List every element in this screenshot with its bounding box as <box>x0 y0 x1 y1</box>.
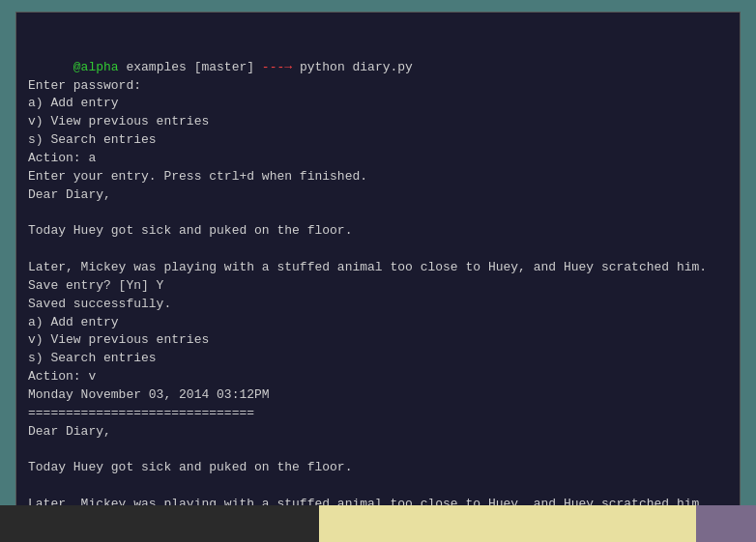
line-17: s) Search entries <box>28 351 157 365</box>
line-15: a) Add entry <box>28 315 119 329</box>
bottom-left-panel <box>0 505 319 542</box>
line-20: ============================== <box>28 406 254 420</box>
prompt-rest-1: examples [master] <box>119 60 262 74</box>
terminal-window: @alpha examples [master] ---→ python dia… <box>15 12 741 542</box>
line-16: v) View previous entries <box>28 332 209 347</box>
line-8: Dear Diary, <box>28 187 111 202</box>
line-10: Today Huey got sick and puked on the flo… <box>28 223 352 238</box>
prompt-user-1: @alpha <box>73 60 119 74</box>
line-23: Today Huey got sick and puked on the flo… <box>28 460 352 474</box>
line-3: a) Add entry <box>28 96 119 110</box>
bottom-right-panel <box>696 505 756 542</box>
line-4: v) View previous entries <box>28 114 209 128</box>
terminal-output: @alpha examples [master] ---→ python dia… <box>28 22 728 542</box>
line-21: Dear Diary, <box>28 424 111 439</box>
line-19: Monday November 03, 2014 03:12PM <box>28 387 270 402</box>
line-6: Action: a <box>28 151 96 165</box>
line-5: s) Search entries <box>28 132 157 147</box>
line-13: Save entry? [Yn] Y <box>28 278 163 293</box>
prompt-arrow-1: ---→ <box>262 60 292 74</box>
line-12: Later, Mickey was playing with a stuffed… <box>28 260 707 274</box>
bottom-center-panel <box>319 505 696 542</box>
command-1: python diary.py <box>292 60 413 74</box>
line-14: Saved successfully. <box>28 297 171 311</box>
line-7: Enter your entry. Press ctrl+d when fini… <box>28 169 367 184</box>
line-18: Action: v <box>28 369 96 384</box>
line-2: Enter password: <box>28 78 141 93</box>
